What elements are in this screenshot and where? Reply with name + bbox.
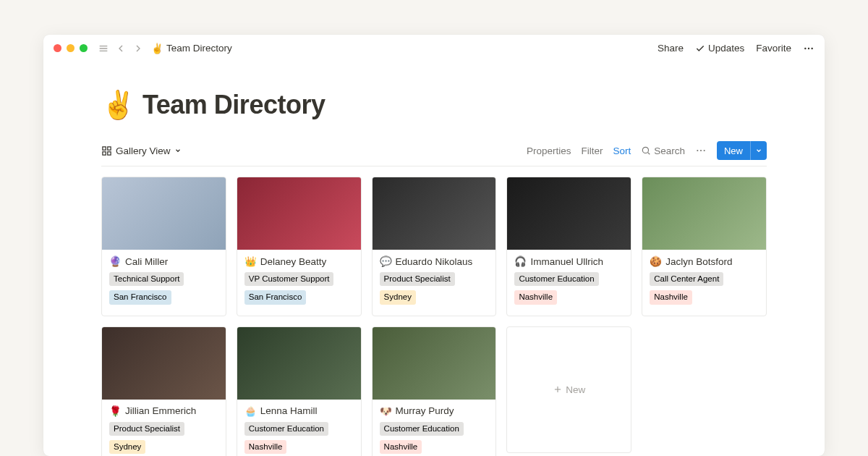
card-emoji: 👑: [244, 256, 257, 267]
card-emoji: 🎧: [514, 256, 527, 267]
more-options-button[interactable]: [695, 145, 707, 156]
back-button[interactable]: [115, 43, 127, 54]
card-image: [237, 327, 361, 400]
filter-button[interactable]: Filter: [581, 145, 603, 156]
dots-icon: [695, 145, 707, 156]
page-title[interactable]: Team Directory: [142, 90, 325, 120]
location-tag: Nashville: [244, 440, 287, 454]
card-image: [373, 177, 496, 250]
card-name: 🌹Jillian Emmerich: [109, 405, 218, 417]
card-name-text: Murray Purdy: [396, 405, 454, 416]
svg-point-4: [808, 47, 809, 48]
gallery-card[interactable]: 🌹Jillian EmmerichProduct SpecialistSydne…: [101, 326, 226, 456]
search-label: Search: [654, 145, 685, 156]
gallery-card[interactable]: 🐶Murray PurdyCustomer EducationNashville: [372, 326, 497, 456]
svg-rect-9: [108, 151, 111, 154]
chevron-down-icon: [755, 147, 762, 154]
gallery-card[interactable]: 💬Eduardo NikolausProduct SpecialistSydne…: [372, 177, 497, 316]
gallery-card[interactable]: 🧁Lenna HamillCustomer EducationNashville: [237, 326, 362, 456]
role-tag: VP Customer Support: [244, 272, 334, 286]
minimize-window-button[interactable]: [67, 44, 75, 52]
new-card-label: New: [566, 384, 585, 395]
card-image: [642, 177, 766, 250]
location-tag: Sydney: [380, 290, 416, 304]
location-tag: San Francisco: [244, 290, 307, 304]
location-tag: Nashville: [380, 440, 422, 454]
card-body: 👑Delaney BeattyVP Customer SupportSan Fr…: [237, 250, 361, 316]
location-tag: Nashville: [650, 290, 692, 304]
titlebar-actions: Share Updates Favorite: [658, 43, 814, 54]
card-name: 🎧Immanuel Ullrich: [514, 256, 624, 267]
card-name: 💬Eduardo Nikolaus: [380, 256, 489, 267]
card-emoji: 🌹: [109, 405, 122, 417]
card-name-text: Eduardo Nikolaus: [396, 256, 473, 267]
page-emoji[interactable]: ✌️: [101, 89, 135, 121]
properties-button[interactable]: Properties: [527, 145, 571, 156]
card-name-text: Jillian Emmerich: [125, 405, 196, 416]
window-controls: [54, 44, 88, 52]
card-emoji: 🐶: [380, 405, 392, 417]
location-tag: Nashville: [514, 290, 557, 304]
titlebar: ✌️ Team Directory Share Updates Favorite: [43, 35, 825, 62]
new-button[interactable]: New: [717, 141, 767, 160]
role-tag: Customer Education: [380, 422, 464, 436]
svg-point-3: [804, 47, 806, 48]
menu-icon[interactable]: [98, 43, 109, 54]
share-button[interactable]: Share: [658, 43, 684, 54]
svg-point-12: [697, 150, 698, 151]
card-body: 🎧Immanuel UllrichCustomer EducationNashv…: [507, 250, 631, 316]
forward-button[interactable]: [132, 43, 144, 54]
search-icon: [641, 145, 651, 156]
breadcrumb-title: Team Directory: [166, 43, 232, 54]
updates-button[interactable]: Updates: [695, 43, 744, 54]
gallery-card[interactable]: 🔮Cali MillerTechnical SupportSan Francis…: [101, 177, 226, 316]
card-body: 🔮Cali MillerTechnical SupportSan Francis…: [102, 250, 226, 316]
database-toolbar: Gallery View Properties Filter Sort Sear…: [101, 141, 767, 166]
location-tag: Sydney: [109, 440, 145, 454]
gallery-grid: 🔮Cali MillerTechnical SupportSan Francis…: [101, 177, 767, 456]
card-name: 🐶Murray Purdy: [380, 405, 489, 417]
card-emoji: 🍪: [650, 256, 662, 267]
card-body: 🍪Jaclyn BotsfordCall Center AgentNashvil…: [642, 250, 766, 316]
svg-line-11: [648, 153, 650, 155]
maximize-window-button[interactable]: [80, 44, 88, 52]
card-image: [102, 327, 226, 400]
card-emoji: 💬: [380, 256, 392, 267]
search-button[interactable]: Search: [641, 145, 685, 156]
gallery-card[interactable]: 👑Delaney BeattyVP Customer SupportSan Fr…: [237, 177, 362, 316]
card-image: [507, 177, 631, 250]
updates-label: Updates: [708, 43, 744, 54]
card-body: 🧁Lenna HamillCustomer EducationNashville: [237, 400, 361, 456]
card-name-text: Delaney Beatty: [260, 256, 327, 267]
favorite-button[interactable]: Favorite: [756, 43, 791, 54]
sort-button[interactable]: Sort: [613, 145, 631, 156]
close-window-button[interactable]: [54, 44, 61, 52]
more-icon[interactable]: [803, 43, 814, 54]
role-tag: Product Specialist: [380, 272, 455, 286]
role-tag: Technical Support: [109, 272, 184, 286]
app-window: ✌️ Team Directory Share Updates Favorite…: [43, 35, 825, 456]
card-emoji: 🔮: [109, 256, 122, 267]
svg-rect-7: [108, 146, 111, 149]
card-name: 👑Delaney Beatty: [244, 256, 354, 267]
gallery-card[interactable]: 🍪Jaclyn BotsfordCall Center AgentNashvil…: [642, 177, 767, 316]
role-tag: Call Center Agent: [650, 272, 723, 286]
page-content: ✌️ Team Directory Gallery View Propertie…: [43, 62, 825, 456]
view-selector[interactable]: Gallery View: [101, 145, 182, 156]
card-name: 🍪Jaclyn Botsford: [650, 256, 759, 267]
breadcrumb[interactable]: ✌️ Team Directory: [151, 43, 232, 54]
chevron-down-icon: [174, 147, 182, 154]
plus-icon: [553, 384, 563, 394]
card-name: 🧁Lenna Hamill: [244, 405, 354, 417]
new-button-dropdown[interactable]: [750, 141, 767, 160]
svg-rect-8: [103, 151, 106, 154]
new-card[interactable]: New: [506, 326, 631, 453]
card-name: 🔮Cali Miller: [109, 256, 218, 267]
gallery-card[interactable]: 🎧Immanuel UllrichCustomer EducationNashv…: [506, 177, 631, 316]
view-label: Gallery View: [116, 145, 171, 156]
card-emoji: 🧁: [244, 405, 257, 417]
card-name-text: Cali Miller: [125, 256, 168, 267]
card-name-text: Jaclyn Botsford: [665, 256, 732, 267]
role-tag: Customer Education: [514, 272, 598, 286]
card-name-text: Immanuel Ullrich: [530, 256, 603, 267]
